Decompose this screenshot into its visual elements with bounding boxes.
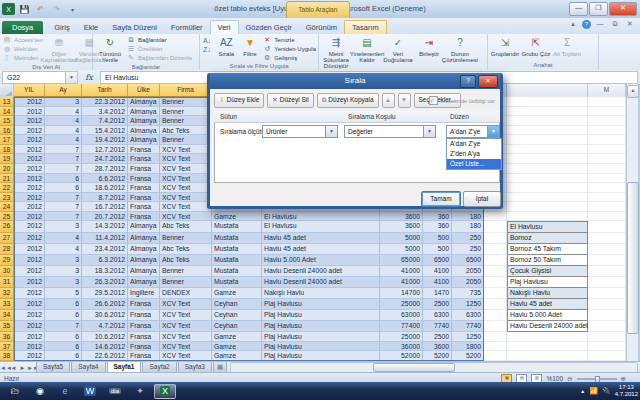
table-cell[interactable]: 6 xyxy=(45,342,82,352)
empty-cell[interactable] xyxy=(507,126,588,136)
side-list-item[interactable]: Bornoz 45 Takım xyxy=(507,244,588,255)
table-cell[interactable]: Fransa xyxy=(128,202,160,212)
table-cell[interactable]: 18.3.2012 xyxy=(82,266,128,277)
table-cell[interactable]: 65000 xyxy=(380,255,423,266)
table-cell[interactable]: Almanya xyxy=(128,116,160,126)
table-cell[interactable]: 2012 xyxy=(14,288,45,299)
table-cell[interactable]: Ceyhan xyxy=(212,321,262,332)
table-cell[interactable]: 6 xyxy=(45,174,82,184)
table-cell[interactable]: Fransa xyxy=(128,310,160,321)
row-header[interactable]: 35 xyxy=(0,321,14,332)
table-cell[interactable]: 4 xyxy=(45,107,82,117)
sort-dialog-title[interactable]: Sırala xyxy=(210,73,500,89)
minimize-window-icon[interactable]: — xyxy=(594,20,606,29)
table-cell[interactable]: 5200 xyxy=(423,351,452,361)
dropdown-option-2[interactable]: Özel Liste... xyxy=(447,159,501,169)
table-cell[interactable]: Benner xyxy=(160,97,212,107)
empty-cell[interactable] xyxy=(507,107,588,117)
empty-cell[interactable] xyxy=(484,288,507,299)
row-header[interactable]: 36 xyxy=(0,332,14,342)
table-cell[interactable]: Almanya xyxy=(128,107,160,117)
table-cell[interactable]: 14.3.2012 xyxy=(82,221,128,233)
table-cell[interactable]: Benner xyxy=(160,107,212,117)
table-cell[interactable]: 6 xyxy=(45,183,82,193)
table-cell[interactable]: Fransa xyxy=(128,212,160,222)
table-cell[interactable]: 2012 xyxy=(14,277,45,288)
table-cell[interactable]: XCV Text xyxy=(160,321,212,332)
empty-cell[interactable] xyxy=(484,321,507,332)
tab-dosya[interactable]: Dosya xyxy=(2,21,43,34)
next-sheet-icon[interactable]: ► xyxy=(18,365,27,371)
table-cell[interactable]: Benner xyxy=(160,116,212,126)
empty-cell[interactable] xyxy=(507,145,588,155)
sort-order-dropdown-list[interactable]: A'dan Z'yeZ'den A'yaÖzel Liste... xyxy=(446,138,502,170)
close-window-icon[interactable]: ✕ xyxy=(624,20,636,29)
table-cell[interactable]: 250 xyxy=(452,233,484,244)
table-cell[interactable]: Almanya xyxy=(128,277,160,288)
table-cell[interactable]: 7 xyxy=(45,164,82,174)
empty-cell[interactable] xyxy=(484,244,507,255)
ribbon-item-yeniden-uygula[interactable]: ↺Yeniden Uygula xyxy=(262,45,316,53)
table-cell[interactable]: 2012 xyxy=(14,342,45,352)
table-cell[interactable]: 3.4.2012 xyxy=(82,107,128,117)
tab-tasarım[interactable]: Tasarım xyxy=(344,20,387,34)
table-cell[interactable]: XCV Text xyxy=(160,164,212,174)
row-header[interactable]: 17 xyxy=(0,135,14,145)
table-cell[interactable]: 360 xyxy=(423,221,452,233)
table-cell[interactable]: 7 xyxy=(45,202,82,212)
table-cell[interactable]: 12.7.2012 xyxy=(82,145,128,155)
table-cell[interactable]: 1250 xyxy=(452,299,484,310)
table-cell[interactable]: XCV Text xyxy=(160,299,212,310)
table-cell[interactable]: Mustafa xyxy=(212,244,262,255)
empty-cell[interactable] xyxy=(588,299,626,310)
table-cell[interactable]: 6300 xyxy=(452,310,484,321)
table-cell[interactable]: 3600 xyxy=(423,342,452,352)
table-cell[interactable]: Fransa xyxy=(128,332,160,342)
table-cell[interactable]: 2012 xyxy=(14,126,45,136)
vertical-scrollbar-thumb[interactable] xyxy=(627,182,639,334)
table-cell[interactable]: 2012 xyxy=(14,145,45,155)
table-cell[interactable]: 2012 xyxy=(14,299,45,310)
table-cell[interactable]: Havlu 5.000 Adet xyxy=(262,255,380,266)
empty-cell[interactable] xyxy=(507,154,588,164)
chevron-down-icon[interactable]: ▼ xyxy=(325,126,337,137)
table-cell[interactable]: Almanya xyxy=(128,97,160,107)
table-cell[interactable]: 2050 xyxy=(452,266,484,277)
empty-cell[interactable] xyxy=(588,183,626,193)
taskbar-excel-icon[interactable]: X xyxy=(154,384,176,399)
table-cell[interactable]: 6300 xyxy=(423,310,452,321)
help-icon[interactable]: ? xyxy=(582,20,591,29)
table-cell[interactable]: 10.6.2012 xyxy=(82,332,128,342)
table-cell[interactable]: 2012 xyxy=(14,221,45,233)
table-cell[interactable]: 7.4.2012 xyxy=(82,116,128,126)
empty-cell[interactable] xyxy=(484,212,507,222)
table-cell[interactable]: 26.3.2012 xyxy=(82,277,128,288)
table-cell[interactable]: 6 xyxy=(45,332,82,342)
table-cell[interactable]: 2050 xyxy=(452,277,484,288)
table-cell[interactable]: 4100 xyxy=(423,266,452,277)
side-list-item[interactable]: Çocuk Giysisi xyxy=(507,266,588,277)
table-cell[interactable]: 2012 xyxy=(14,332,45,342)
table-cell[interactable]: 4 xyxy=(45,244,82,255)
table-cell[interactable]: El Havlusu xyxy=(262,221,380,233)
taskbar-dia-icon[interactable]: dia xyxy=(104,384,126,399)
ribbon-button-metni-sütunlara-dönüştür[interactable]: ⇶Metni Sütunlara Dönüştür xyxy=(321,35,351,69)
table-cell[interactable]: El Havlusu xyxy=(262,212,380,222)
table-cell[interactable]: 3 xyxy=(45,221,82,233)
row-header[interactable]: 27 xyxy=(0,233,14,244)
table-cell[interactable]: 2012 xyxy=(14,310,45,321)
table-cell[interactable]: XCV Text xyxy=(160,202,212,212)
table-cell[interactable]: 25000 xyxy=(380,299,423,310)
row-header[interactable]: 20 xyxy=(0,164,14,174)
table-cell[interactable]: 500 xyxy=(423,233,452,244)
table-cell[interactable]: 3 xyxy=(45,255,82,266)
cancel-button[interactable]: İptal xyxy=(463,191,501,207)
table-cell[interactable]: 7 xyxy=(45,193,82,203)
table-cell[interactable]: 180 xyxy=(452,221,484,233)
table-cell[interactable]: XCV Text xyxy=(160,310,212,321)
tab-veri[interactable]: Veri xyxy=(210,20,239,34)
table-header-Ülke[interactable]: Ülke xyxy=(128,84,160,97)
table-cell[interactable]: 6 xyxy=(45,299,82,310)
table-cell[interactable]: 5000 xyxy=(380,233,423,244)
table-cell[interactable]: 2012 xyxy=(14,244,45,255)
